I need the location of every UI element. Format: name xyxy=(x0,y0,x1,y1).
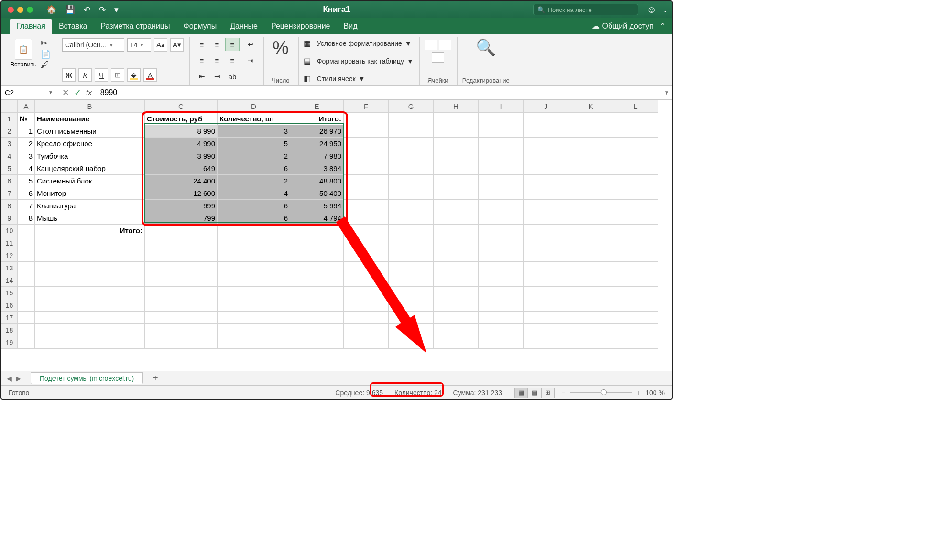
insert-cell-icon[interactable] xyxy=(425,40,437,50)
underline-button[interactable]: Ч xyxy=(95,68,108,82)
save-icon[interactable]: 💾 xyxy=(65,5,75,15)
fill-color-button[interactable]: ⬙ xyxy=(127,68,141,82)
tab-view[interactable]: Вид xyxy=(337,19,364,34)
col-header[interactable]: C xyxy=(145,100,218,113)
col-header[interactable]: H xyxy=(434,100,479,113)
table-row[interactable]: 4 3 Тумбочка 3 990 2 7 980 xyxy=(1,150,658,162)
italic-button[interactable]: К xyxy=(78,68,92,82)
bold-button[interactable]: Ж xyxy=(62,68,76,82)
cancel-formula-icon[interactable]: ✕ xyxy=(62,87,69,98)
decrease-font-icon[interactable]: A▾ xyxy=(170,38,184,52)
undo-icon[interactable]: ↶ xyxy=(84,5,90,15)
add-sheet-icon[interactable]: + xyxy=(153,373,158,384)
align-bottom-icon[interactable]: ≡ xyxy=(225,38,240,51)
col-header[interactable]: L xyxy=(613,100,658,113)
font-name-select[interactable]: Calibri (Осн…▼ xyxy=(62,38,124,52)
paste-button[interactable]: 📋 Вставить xyxy=(10,38,37,70)
cells-icons[interactable] xyxy=(425,40,451,50)
table-row[interactable]: 5 4 Канцелярский набор 649 6 3 894 xyxy=(1,162,658,175)
feedback-icon[interactable]: ☺ xyxy=(647,4,656,15)
share-button[interactable]: ☁Общий доступ⌃ xyxy=(585,22,673,34)
delete-cell-icon[interactable] xyxy=(439,40,451,50)
redo-icon[interactable]: ↷ xyxy=(99,5,106,15)
table-row[interactable]: 3 2 Кресло офисное 4 990 5 24 950 xyxy=(1,138,658,150)
decrease-indent-icon[interactable]: ⇤ xyxy=(195,70,209,83)
align-middle-icon[interactable]: ≡ xyxy=(210,38,224,51)
zoom-in-icon[interactable]: + xyxy=(637,389,641,397)
page-break-icon[interactable]: ⊞ xyxy=(541,388,555,398)
align-left-icon[interactable]: ≡ xyxy=(195,54,209,67)
align-center-icon[interactable]: ≡ xyxy=(210,54,224,67)
home-icon[interactable]: 🏠 xyxy=(46,5,56,15)
col-header[interactable]: K xyxy=(568,100,613,113)
font-color-button[interactable]: A xyxy=(143,68,157,82)
align-top-icon[interactable]: ≡ xyxy=(195,38,209,51)
empty-row[interactable]: 17 xyxy=(1,312,658,324)
format-cell-icon[interactable] xyxy=(432,52,444,63)
font-size-select[interactable]: 14▼ xyxy=(127,38,151,52)
table-header-row[interactable]: 1 № Наименование Стоимость, руб Количест… xyxy=(1,113,658,125)
col-header[interactable]: D xyxy=(218,100,290,113)
col-header[interactable]: B xyxy=(35,100,145,113)
format-painter-icon[interactable]: 🖌 xyxy=(40,60,51,70)
merge-cells-icon[interactable]: ⇥ xyxy=(243,54,258,67)
normal-view-icon[interactable]: ▦ xyxy=(514,388,528,398)
page-layout-icon[interactable]: ▤ xyxy=(528,388,541,398)
fx-icon[interactable]: fx xyxy=(86,88,92,97)
empty-row[interactable]: 14 xyxy=(1,274,658,287)
format-as-table-button[interactable]: ▤Форматировать как таблицу ▼ xyxy=(304,55,414,66)
select-all-corner[interactable] xyxy=(1,100,18,113)
tab-page-layout[interactable]: Разметка страницы xyxy=(94,19,176,34)
col-header[interactable]: E xyxy=(290,100,344,113)
find-icon[interactable]: 🔍 xyxy=(476,38,496,57)
empty-row[interactable]: 19 xyxy=(1,336,658,349)
confirm-formula-icon[interactable]: ✓ xyxy=(74,87,81,98)
orientation-icon[interactable]: ab xyxy=(225,70,240,83)
dropdown-icon[interactable]: ▾ xyxy=(114,5,119,15)
conditional-formatting-button[interactable]: ▦Условное форматирование ▼ xyxy=(304,38,414,49)
empty-row[interactable]: 15 xyxy=(1,287,658,299)
copy-icon[interactable]: 📄 xyxy=(40,49,51,60)
tab-home[interactable]: Главная xyxy=(10,19,52,34)
name-box[interactable]: C2▼ xyxy=(1,86,57,99)
col-header[interactable]: A xyxy=(18,100,35,113)
table-row[interactable]: 8 7 Клавиатура 999 6 5 994 xyxy=(1,200,658,212)
empty-row[interactable]: 18 xyxy=(1,324,658,336)
spreadsheet-grid[interactable]: A B C D E F G H I J K L 1 № Наименование… xyxy=(1,100,672,371)
table-row[interactable]: 9 8 Мышь 799 6 4 794 xyxy=(1,212,658,225)
zoom-slider[interactable] xyxy=(570,392,632,393)
align-right-icon[interactable]: ≡ xyxy=(225,54,240,67)
tab-data[interactable]: Данные xyxy=(223,19,264,34)
empty-row[interactable]: 11 xyxy=(1,237,658,249)
close-window-icon[interactable] xyxy=(8,7,14,13)
expand-formula-icon[interactable]: ▼ xyxy=(661,86,672,99)
col-header[interactable]: F xyxy=(344,100,389,113)
tab-insert[interactable]: Вставка xyxy=(52,19,94,34)
footer-row[interactable]: 10 Итого: xyxy=(1,225,658,237)
sheet-tab[interactable]: Подсчет суммы (microexcel.ru) xyxy=(31,372,143,384)
table-row[interactable]: 6 5 Системный блок 24 400 2 48 800 xyxy=(1,175,658,187)
increase-indent-icon[interactable]: ⇥ xyxy=(210,70,224,83)
chevron-down-icon[interactable]: ⌄ xyxy=(662,5,668,14)
empty-row[interactable]: 12 xyxy=(1,249,658,262)
table-row[interactable]: 2 1 Стол письменный 8 990 3 26 970 xyxy=(1,125,658,138)
col-header[interactable]: G xyxy=(389,100,434,113)
tab-formulas[interactable]: Формулы xyxy=(177,19,224,34)
empty-row[interactable]: 16 xyxy=(1,299,658,312)
prev-sheet-icon[interactable]: ◀ xyxy=(7,375,12,382)
search-input[interactable]: 🔍 Поиск на листе xyxy=(533,4,638,15)
cell-styles-button[interactable]: ◧Стили ячеек ▼ xyxy=(304,73,414,84)
increase-font-icon[interactable]: A▴ xyxy=(154,38,167,52)
formula-input[interactable]: 8990 xyxy=(97,88,661,97)
col-header[interactable]: J xyxy=(524,100,568,113)
next-sheet-icon[interactable]: ▶ xyxy=(16,375,21,382)
cut-icon[interactable]: ✂ xyxy=(40,38,51,49)
zoom-control[interactable]: − + 100 % xyxy=(561,389,665,397)
empty-row[interactable]: 13 xyxy=(1,262,658,274)
borders-button[interactable]: ⊞ xyxy=(111,68,124,82)
percent-icon[interactable]: % xyxy=(269,38,293,58)
col-header[interactable]: I xyxy=(479,100,524,113)
table-row[interactable]: 7 6 Монитор 12 600 4 50 400 xyxy=(1,187,658,200)
tab-review[interactable]: Рецензирование xyxy=(264,19,337,34)
minimize-window-icon[interactable] xyxy=(17,7,23,13)
